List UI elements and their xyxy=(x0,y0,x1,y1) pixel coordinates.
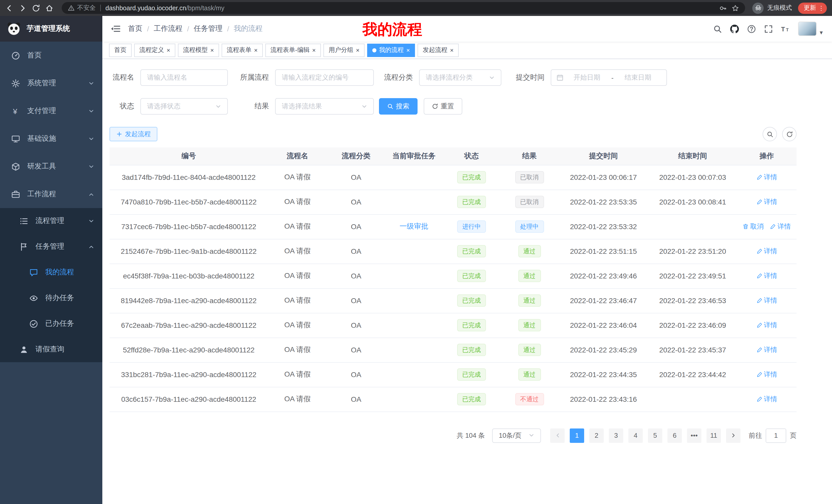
detail-link[interactable]: 详情 xyxy=(756,320,777,330)
sidebar-item-process-mgmt[interactable]: 流程管理 xyxy=(0,208,102,234)
process-definition-input[interactable]: 请输入流程定义的编号 xyxy=(275,69,374,86)
toggle-search-button[interactable] xyxy=(762,127,777,141)
dashboard-icon xyxy=(11,51,20,60)
close-icon[interactable]: × xyxy=(406,47,410,53)
tab-start-process[interactable]: 发起流程× xyxy=(418,44,459,57)
tab-process-model[interactable]: 流程模型× xyxy=(178,44,219,57)
edit-icon xyxy=(756,347,762,353)
page-button-3[interactable]: 3 xyxy=(609,428,623,443)
sidebar-toggle-icon[interactable] xyxy=(110,25,120,33)
breadcrumb-workflow[interactable]: 工作流程 xyxy=(154,24,183,33)
filter-row-2: 状态 请选择状态 结果 请选择流结果 搜索 xyxy=(109,98,797,115)
breadcrumb-home[interactable]: 首页 xyxy=(128,24,142,33)
close-icon[interactable]: × xyxy=(312,47,316,53)
sidebar-item-system[interactable]: 系统管理 xyxy=(0,69,102,97)
result-badge: 处理中 xyxy=(515,220,544,233)
close-icon[interactable]: × xyxy=(356,47,359,53)
bookmark-star-icon[interactable] xyxy=(732,4,739,11)
tab-user-group[interactable]: 用户分组× xyxy=(323,44,365,57)
submit-time-daterange[interactable]: 开始日期 - 结束日期 xyxy=(551,69,667,86)
sidebar-item-my-process[interactable]: 我的流程 xyxy=(0,259,102,285)
detail-link[interactable]: 详情 xyxy=(756,296,777,305)
browser-back-icon[interactable] xyxy=(5,4,14,12)
detail-link[interactable]: 详情 xyxy=(756,247,777,256)
detail-link[interactable]: 详情 xyxy=(756,173,777,182)
fullscreen-icon[interactable] xyxy=(764,24,773,33)
more-pages-button[interactable]: ••• xyxy=(687,428,701,443)
tab-process-form-edit[interactable]: 流程表单-编辑× xyxy=(265,44,321,57)
next-page-button[interactable] xyxy=(726,428,740,443)
start-process-button[interactable]: 发起流程 xyxy=(109,127,157,141)
page-button-1[interactable]: 1 xyxy=(570,428,584,443)
process-category-select[interactable]: 请选择流程分类 xyxy=(419,69,501,86)
close-icon[interactable]: × xyxy=(210,47,214,53)
edit-icon xyxy=(756,199,762,205)
tag-views-bar: 首页 流程定义× 流程模型× 流程表单× 流程表单-编辑× 用户分组× xyxy=(102,41,832,59)
search-icon[interactable] xyxy=(713,24,722,33)
close-icon[interactable]: × xyxy=(450,47,453,53)
tab-my-process[interactable]: 我的流程× xyxy=(367,44,415,57)
current-task-link[interactable]: 一级审批 xyxy=(399,222,428,230)
sidebar-item-leave-query[interactable]: 请假查询 xyxy=(0,337,102,362)
detail-link[interactable]: 详情 xyxy=(770,222,791,231)
password-key-icon[interactable] xyxy=(719,4,727,11)
sidebar-item-home[interactable]: 首页 xyxy=(0,41,102,69)
not-secure-label[interactable]: 不安全 xyxy=(77,4,96,12)
page-button-2[interactable]: 2 xyxy=(589,428,604,443)
browser-home-icon[interactable] xyxy=(45,4,53,12)
tab-home[interactable]: 首页 xyxy=(109,44,132,57)
sidebar-item-infra[interactable]: 基础设施 xyxy=(0,125,102,152)
browser-update-button[interactable]: 更新 ⋮ xyxy=(798,2,827,13)
sidebar-item-workflow[interactable]: 工作流程 xyxy=(0,180,102,208)
detail-link[interactable]: 详情 xyxy=(756,271,777,281)
browser-reload-icon[interactable] xyxy=(32,4,40,12)
detail-link[interactable]: 详情 xyxy=(756,345,777,355)
status-badge: 已完成 xyxy=(457,196,486,208)
browser-forward-icon[interactable] xyxy=(19,4,27,12)
url-text[interactable]: dashboard.yudao.iocoder.cn/bpm/task/my xyxy=(105,4,225,11)
page-jump-input[interactable] xyxy=(766,428,786,443)
address-bar[interactable]: 不安全 dashboard.yudao.iocoder.cn/bpm/task/… xyxy=(62,2,745,14)
sidebar-item-devtools[interactable]: 研发工具 xyxy=(0,152,102,180)
status-badge: 已完成 xyxy=(457,368,486,381)
status-select[interactable]: 请选择状态 xyxy=(140,98,228,115)
sidebar-item-done-task[interactable]: 已办任务 xyxy=(0,311,102,337)
result-badge: 已取消 xyxy=(515,171,544,184)
refresh-table-button[interactable] xyxy=(782,127,797,141)
breadcrumb-task-mgmt[interactable]: 任务管理 xyxy=(194,24,223,33)
font-size-icon[interactable] xyxy=(781,24,790,33)
page-button-4[interactable]: 4 xyxy=(628,428,643,443)
status-badge: 已完成 xyxy=(457,245,486,257)
page-button-6[interactable]: 6 xyxy=(668,428,682,443)
close-icon[interactable]: × xyxy=(166,47,170,53)
sidebar-item-payment[interactable]: ¥ 支付管理 xyxy=(0,97,102,125)
tab-process-form[interactable]: 流程表单× xyxy=(222,44,263,57)
avatar[interactable] xyxy=(798,22,816,36)
not-secure-warning-icon[interactable] xyxy=(68,5,75,11)
help-icon[interactable] xyxy=(747,24,756,33)
process-name-input[interactable]: 请输入流程名 xyxy=(140,69,228,86)
page-size-select[interactable]: 10条/页 xyxy=(492,428,541,443)
reset-button[interactable]: 重置 xyxy=(424,98,462,115)
detail-link[interactable]: 详情 xyxy=(756,370,777,379)
result-select[interactable]: 请选择流结果 xyxy=(275,98,374,115)
prev-page-button[interactable] xyxy=(550,428,565,443)
col-current-task: 当前审批任务 xyxy=(385,147,443,165)
chevron-up-icon xyxy=(88,244,94,249)
browser-menu-icon[interactable]: ⋮ xyxy=(818,4,824,11)
search-button[interactable]: 搜索 xyxy=(379,98,418,115)
status-badge: 进行中 xyxy=(457,220,486,233)
detail-link[interactable]: 详情 xyxy=(756,197,777,206)
user-menu[interactable]: ▼ xyxy=(798,22,824,36)
page-button-5[interactable]: 5 xyxy=(648,428,662,443)
sidebar-item-todo-task[interactable]: 待办任务 xyxy=(0,285,102,311)
detail-link[interactable]: 详情 xyxy=(756,395,777,404)
page-button-11[interactable]: 11 xyxy=(706,428,721,443)
github-icon[interactable] xyxy=(730,24,739,33)
close-icon[interactable]: × xyxy=(254,47,258,53)
tab-process-definition[interactable]: 流程定义× xyxy=(134,44,175,57)
table-row: 03c6c157-7b9a-11ec-a290-acde48001122 OA … xyxy=(109,387,797,412)
cancel-link[interactable]: 取消 xyxy=(743,222,763,231)
refresh-icon xyxy=(786,131,793,137)
sidebar-item-task-mgmt[interactable]: 任务管理 xyxy=(0,234,102,259)
